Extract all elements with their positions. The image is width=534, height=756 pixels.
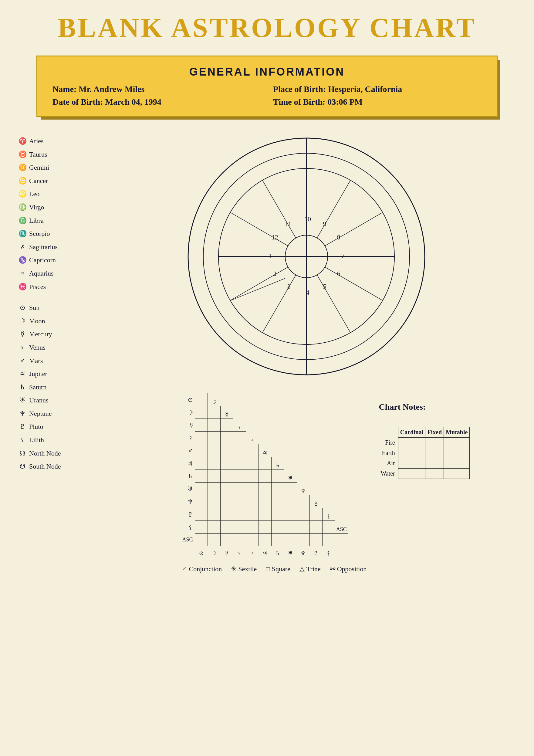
planet-pluto: ♇ Pluto (18, 421, 85, 433)
planet-saturn: ♄ Saturn (18, 381, 85, 393)
conjunction-legend: ♂ Conjunction (182, 565, 222, 573)
wheel-container: 1 2 3 4 5 6 7 8 9 10 11 (182, 132, 431, 381)
chart-notes-title: Chart Notes: (379, 402, 426, 412)
astrology-wheel: 1 2 3 4 5 6 7 8 9 10 11 (182, 132, 431, 381)
svg-text:8: 8 (337, 233, 340, 241)
zodiac-scorpio: ♏ Scorpio (18, 228, 85, 240)
planet-lilith: ⚸ Lilith (18, 434, 85, 446)
svg-text:10: 10 (304, 215, 311, 223)
planet-uranus: ♅ Uranus (18, 394, 85, 406)
zodiac-virgo: ♍ Virgo (18, 201, 85, 213)
svg-text:11: 11 (285, 220, 291, 228)
aspect-legend: ♂ Conjunction ✳ Sextile □ Square △ Trine (182, 565, 366, 573)
zodiac-sagittarius: ✗ Sagittarius (18, 241, 85, 253)
planet-legend: ⊙ Sun ☽ Moon ☿ Mercury ♀ Venus ♂ Mars ♃ … (18, 302, 85, 472)
planet-mercury: ☿ Mercury (18, 328, 85, 340)
aspect-grid-table: ⊙ ☽ x (182, 393, 348, 559)
left-legend: ♈ Aries ♉ Taurus ♊ Gemini ♋ Cancer ♌ Leo… (18, 132, 85, 573)
sextile-legend: ✳ Sextile (231, 565, 257, 573)
zodiac-legend: ♈ Aries ♉ Taurus ♊ Gemini ♋ Cancer ♌ Leo… (18, 135, 85, 293)
planet-sun: ⊙ Sun (18, 302, 85, 314)
svg-text:1: 1 (269, 252, 273, 259)
pob-field: Place of Birth: Hesperia, California (273, 84, 482, 94)
aspect-grid-area: ⊙ ☽ x (182, 393, 366, 573)
zodiac-leo: ♌ Leo (18, 188, 85, 200)
svg-text:5: 5 (323, 283, 327, 290)
zodiac-cancer: ♋ Cancer (18, 175, 85, 187)
svg-text:6: 6 (337, 270, 340, 277)
right-panel: Chart Notes: Cardinal Fixed Mutable (379, 393, 470, 479)
zodiac-aries: ♈ Aries (18, 135, 85, 147)
page-title: BLANK ASTROLOGY CHART (18, 12, 516, 43)
zodiac-libra: ♎ Libra (18, 215, 85, 227)
zodiac-taurus: ♉ Taurus (18, 148, 85, 161)
planet-jupiter: ♃ Jupiter (18, 368, 85, 380)
square-legend: □ Square (266, 565, 290, 573)
planet-south-node: ☋ South Node (18, 460, 85, 472)
zodiac-aquarius: ≋ Aquarius (18, 267, 85, 280)
planet-venus: ♀ Venus (18, 341, 85, 354)
modality-table: Cardinal Fixed Mutable Fire (379, 427, 470, 479)
opposition-legend: ⚯ Opposition (330, 565, 367, 573)
chart-area: 1 2 3 4 5 6 7 8 9 10 11 (97, 132, 516, 573)
zodiac-gemini: ♊ Gemini (18, 161, 85, 174)
planet-moon: ☽ Moon (18, 315, 85, 327)
svg-text:4: 4 (306, 289, 309, 296)
modality-table-section: Cardinal Fixed Mutable Fire (379, 427, 470, 479)
zodiac-capricorn: ♑ Capricorn (18, 254, 85, 266)
trine-legend: △ Trine (300, 565, 321, 573)
zodiac-pisces: ♓ Pisces (18, 281, 85, 293)
info-section-title: GENERAL INFORMATION (52, 66, 482, 78)
svg-text:9: 9 (323, 220, 327, 228)
dob-field: Date of Birth: March 04, 1994 (52, 97, 261, 107)
svg-text:12: 12 (272, 233, 278, 241)
planet-north-node: ☊ North Node (18, 447, 85, 459)
planet-mars: ♂ Mars (18, 355, 85, 367)
name-field: Name: Mr. Andrew Miles (52, 84, 261, 94)
planet-neptune: ♆ Neptune (18, 408, 85, 420)
svg-text:3: 3 (287, 283, 291, 290)
tob-field: Time of Birth: 03:06 PM (273, 97, 482, 107)
svg-text:2: 2 (273, 270, 277, 277)
info-box: GENERAL INFORMATION Name: Mr. Andrew Mil… (37, 56, 497, 117)
chart-notes-section: Chart Notes: (379, 402, 426, 415)
svg-text:7: 7 (341, 252, 345, 259)
